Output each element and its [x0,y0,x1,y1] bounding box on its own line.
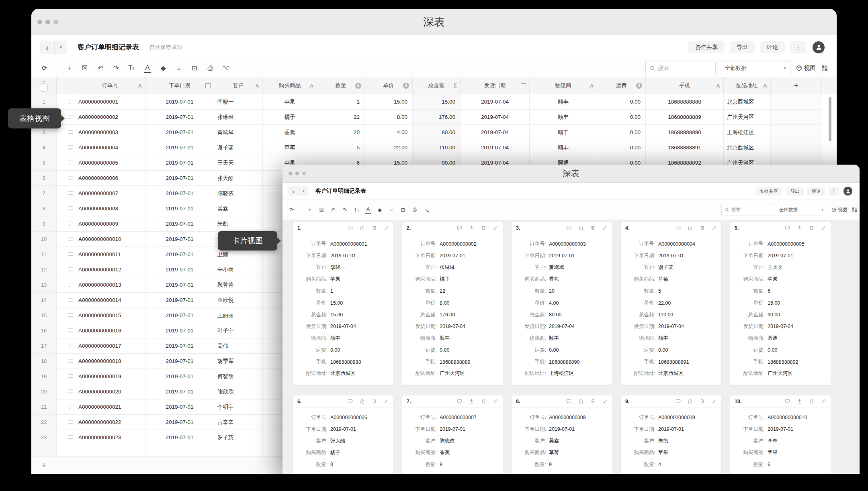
cell-order-date[interactable]: 2019-07-01 [145,293,214,308]
card-field-order[interactable]: 订单号:A000000000002 [402,238,503,250]
cell-order-number[interactable]: A000000000009 [75,216,145,232]
cell-order-date[interactable]: 2019-07-01 [145,369,214,384]
cell-order-date[interactable]: 2019-07-01 [145,186,214,201]
cell-order-number[interactable]: A0000000000015 [75,308,145,323]
row-select-cell[interactable] [57,354,66,369]
row-comment-cell[interactable] [66,293,75,308]
delete-icon[interactable] [590,399,596,404]
card-field-order[interactable]: 订单号:A000000000008 [512,412,612,423]
cell-quantity[interactable]: 5 [317,140,365,155]
cell-order-number[interactable]: A0000000000017 [75,338,145,354]
edit-icon[interactable] [493,225,498,230]
font-color-icon[interactable]: A [144,63,151,73]
cell-order-number[interactable]: A000000000004 [75,140,145,155]
share-icon[interactable] [797,399,802,404]
cell-order-number[interactable]: A0000000000021 [75,399,145,415]
cell-order-number[interactable]: A0000000000016 [75,323,145,338]
row-select-cell[interactable] [57,247,66,262]
record-card[interactable]: 10. 订单号:A0000000000010 下单日期:2019-07-01 [730,395,831,474]
cell-customer[interactable]: 叶子宁 [214,323,263,338]
cell-customer[interactable]: 高伟 [214,338,263,354]
cell-customer[interactable]: 吴鑫 [214,201,263,216]
traffic-lights[interactable] [37,20,58,24]
card-field-product[interactable]: 购买商品:苹果 [293,273,393,285]
cell-customer[interactable]: 何智明 [214,369,263,384]
card-field-total[interactable]: 总金额:176.00 [402,309,503,320]
cell-order-number[interactable]: A000000000006 [75,171,145,186]
card-field-order[interactable]: 订单号:A000000000001 [293,238,393,250]
share-icon[interactable] [469,399,474,404]
card-field-courier[interactable]: 物流商:顺丰 [621,332,721,344]
cell-order-date[interactable]: 2019-07-01 [145,247,214,262]
card-field-ship-date[interactable]: 发货日期:2019-07-04 [512,321,612,332]
add-row-button[interactable]: + [31,460,57,470]
toolbar-divider[interactable] [57,64,57,72]
row-select-cell[interactable] [57,293,66,308]
print-icon[interactable]: ⎙ [412,206,418,214]
row-comment-cell[interactable] [66,384,75,399]
card-field-shipping-fee[interactable]: 运费:0.00 [512,344,612,356]
cell-order-number[interactable]: A0000000000022 [75,415,145,430]
edit-icon[interactable] [821,225,826,230]
comment-icon[interactable] [348,399,353,404]
row-comment-cell[interactable] [66,354,75,369]
row-comment-cell[interactable] [66,125,75,140]
column-header-ship-date[interactable]: 发货日期 [461,77,530,94]
export-button[interactable]: 导出 [786,187,804,196]
cell-customer[interactable]: 顾菁菁 [214,277,263,293]
edit-icon[interactable] [821,399,826,404]
cell-order-number[interactable]: A0000000000010 [75,232,145,247]
card-field-total[interactable]: 总金额:15.00 [293,309,393,320]
more-button[interactable]: ⋮ [829,187,839,196]
card-field-order[interactable]: 订单号:A000000000009 [621,412,721,423]
comment-icon[interactable] [457,399,462,404]
cell-order-date[interactable]: 2019-07-01 [145,415,214,430]
expand-cell-icon[interactable]: ⊡ [191,63,198,73]
cell-total[interactable]: 110.00 [413,140,461,155]
row-select-cell[interactable] [57,94,66,110]
card-field-shipping-fee[interactable]: 运费:0.00 [621,344,721,356]
card-field-order[interactable]: 订单号:A000000000003 [512,238,612,250]
delete-icon[interactable] [372,399,377,404]
card-field-customer[interactable]: 客户:李奇 [730,435,831,447]
nav-dropdown-button[interactable]: ▾ [55,41,67,54]
cell-shipping-fee[interactable]: 0.00 [597,140,646,155]
redo-icon[interactable]: ↷ [342,206,348,214]
card-field-shipping-fee[interactable]: 运费:0.00 [293,344,393,356]
row-comment-cell[interactable] [66,155,75,171]
card-field-unit-price[interactable]: 单价:4.00 [512,297,612,309]
card-field-address[interactable]: 配送地址:广州天河区 [730,368,831,379]
cell-order-number[interactable]: A0000000000020 [75,384,145,399]
row-comment-cell[interactable] [66,277,75,293]
comment-icon[interactable] [457,225,462,230]
row-comment-cell[interactable] [66,201,75,216]
delete-icon[interactable] [481,225,486,230]
card-field-unit-price[interactable]: 单价:15.00 [293,297,393,309]
cell-order-number[interactable]: A0000000000019 [75,369,145,384]
card-field-date[interactable]: 下单日期:2019-07-01 [730,423,831,435]
table-row[interactable]: 2 A000000000002 2019-07-01 张琳琳 橘子 22 8.0… [31,110,837,125]
card-field-customer[interactable]: 客户:张大酷 [293,435,393,447]
cell-unit-price[interactable]: 8.00 [365,110,413,125]
row-select-cell[interactable] [57,186,66,201]
comment-icon[interactable] [348,225,353,230]
table-row[interactable]: 1 A000000000001 2019-07-01 李晓一 苹果 1 15.0… [31,94,837,110]
card-field-order[interactable]: 订单号:A0000000000010 [730,412,831,423]
card-field-quantity[interactable]: 数量:6 [730,285,831,297]
cell-unit-price[interactable]: 22.00 [365,140,413,155]
cell-ship-date[interactable]: 2019-07-04 [461,125,530,140]
cell-address[interactable]: 广州天河区 [724,110,771,125]
card-field-unit-price[interactable]: 单价:4.00 [402,471,503,474]
print-icon[interactable]: ⎙ [207,63,214,73]
cell-order-date[interactable]: 2019-07-01 [145,384,214,399]
cell-order-number[interactable]: A0000000000018 [75,354,145,369]
cell-order-date[interactable]: 2019-07-01 [145,399,214,415]
card-field-customer[interactable]: 客户:王天天 [730,262,831,273]
column-header-order-date[interactable]: 下单日期 [145,77,214,94]
card-field-ship-date[interactable]: 发货日期:2019-07-04 [730,321,831,332]
nav-dropdown-button[interactable]: ▾ [299,186,308,196]
row-comment-cell[interactable] [66,399,75,415]
card-field-courier[interactable]: 物流商:圆通 [730,332,831,344]
cell-order-date[interactable]: 2019-07-01 [145,277,214,293]
minimize-window-icon[interactable] [295,172,299,175]
